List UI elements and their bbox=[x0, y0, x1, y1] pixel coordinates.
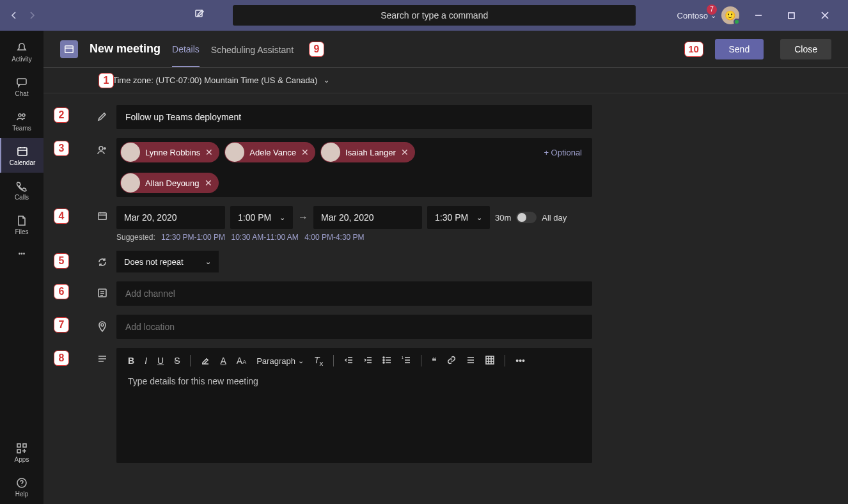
link-button[interactable] bbox=[447, 356, 456, 366]
rail-calls[interactable]: Calls bbox=[0, 173, 43, 207]
pencil-icon bbox=[88, 105, 116, 122]
remove-icon[interactable]: ✕ bbox=[205, 147, 213, 157]
rail-label: Chat bbox=[15, 90, 28, 97]
annotation-4: 4 bbox=[54, 209, 69, 224]
numbered-list-button[interactable]: 1 bbox=[402, 356, 411, 366]
highlight-button[interactable] bbox=[201, 356, 210, 366]
tab-details[interactable]: Details bbox=[172, 44, 200, 67]
hr-button[interactable] bbox=[466, 356, 475, 366]
font-size-button[interactable]: AA bbox=[237, 356, 246, 366]
user-avatar[interactable]: 🙂 bbox=[721, 6, 739, 24]
send-button[interactable]: Send bbox=[715, 39, 764, 59]
page-title: New meeting bbox=[90, 42, 161, 56]
bold-button[interactable]: B bbox=[128, 356, 134, 366]
end-time-input[interactable]: 1:30 PM⌄ bbox=[427, 206, 490, 229]
description-textarea[interactable]: Type details for this new meeting bbox=[116, 374, 592, 463]
annotation-9: 9 bbox=[309, 42, 324, 57]
annotation-8: 8 bbox=[54, 350, 69, 366]
rail-activity[interactable]: Activity bbox=[0, 35, 43, 69]
rail-help[interactable]: Help bbox=[0, 469, 43, 504]
window-maximize[interactable] bbox=[778, 6, 806, 25]
suggested-time-link[interactable]: 12:30 PM-1:00 PM bbox=[161, 233, 225, 242]
app-rail: Activity Chat Teams Calendar Calls Files… bbox=[0, 31, 43, 504]
annotation-6: 6 bbox=[54, 284, 69, 299]
annotation-7: 7 bbox=[54, 317, 69, 333]
teams-icon bbox=[15, 111, 28, 123]
avatar-icon bbox=[321, 143, 340, 162]
rail-label: Files bbox=[15, 228, 28, 235]
add-optional-link[interactable]: + Optional bbox=[544, 148, 588, 157]
location-input[interactable] bbox=[116, 315, 592, 339]
more-formatting-button[interactable]: ••• bbox=[515, 356, 525, 366]
outdent-button[interactable] bbox=[344, 356, 353, 366]
timezone-selector[interactable]: 1 Time zone: (UTC-07:00) Mountain Time (… bbox=[43, 68, 848, 93]
close-button[interactable]: Close bbox=[780, 39, 831, 59]
indent-button[interactable] bbox=[363, 356, 372, 366]
tab-scheduling-assistant[interactable]: Scheduling Assistant bbox=[211, 45, 294, 67]
quote-button[interactable]: ❝ bbox=[432, 356, 437, 366]
remove-icon[interactable]: ✕ bbox=[301, 147, 309, 157]
calendar-icon bbox=[16, 145, 29, 158]
suggested-time-link[interactable]: 10:30 AM-11:00 AM bbox=[231, 233, 298, 242]
rail-apps[interactable]: Apps bbox=[0, 435, 43, 469]
back-button[interactable] bbox=[5, 6, 23, 24]
attendees-field[interactable]: Lynne Robbins✕ Adele Vance✕ Isaiah Lange… bbox=[116, 138, 592, 197]
channel-input[interactable] bbox=[116, 281, 592, 306]
rail-calendar[interactable]: Calendar bbox=[0, 138, 43, 173]
allday-toggle[interactable] bbox=[516, 212, 537, 223]
org-name: Contoso bbox=[677, 11, 708, 20]
repeat-select[interactable]: Does not repeat⌄ bbox=[116, 251, 219, 272]
suggested-time-link[interactable]: 4:00 PM-4:30 PM bbox=[304, 233, 364, 242]
window-minimize[interactable] bbox=[744, 6, 773, 25]
window-close[interactable] bbox=[811, 6, 839, 25]
rail-files[interactable]: Files bbox=[0, 207, 43, 242]
paragraph-select[interactable]: Paragraph⌄ bbox=[256, 356, 304, 366]
apps-icon bbox=[15, 442, 28, 455]
main-panel: New meeting Details Scheduling Assistant… bbox=[43, 31, 848, 504]
start-date-input[interactable]: Mar 20, 2020 bbox=[116, 206, 225, 229]
table-button[interactable] bbox=[485, 356, 494, 366]
phone-icon bbox=[15, 180, 28, 193]
repeat-value: Does not repeat bbox=[124, 257, 184, 267]
rail-chat[interactable]: Chat bbox=[0, 69, 43, 104]
start-time-input[interactable]: 1:00 PM⌄ bbox=[230, 206, 293, 229]
search-input[interactable]: Search or type a command bbox=[233, 5, 636, 26]
chevron-down-icon: ⌄ bbox=[298, 357, 304, 365]
forward-button[interactable] bbox=[23, 6, 41, 24]
attendee-chip[interactable]: Lynne Robbins✕ bbox=[120, 142, 219, 162]
svg-rect-1 bbox=[789, 13, 794, 19]
attendee-chip[interactable]: Adele Vance✕ bbox=[224, 142, 315, 162]
org-switcher[interactable]: Contoso ⌄ bbox=[677, 11, 716, 20]
end-time-value: 1:30 PM bbox=[435, 212, 468, 223]
annotation-1: 1 bbox=[98, 73, 114, 88]
underline-button[interactable]: U bbox=[157, 356, 164, 366]
italic-button[interactable]: I bbox=[145, 356, 147, 366]
meeting-title-input[interactable] bbox=[116, 105, 592, 129]
svg-point-3 bbox=[19, 114, 21, 116]
suggested-label: Suggested: bbox=[116, 233, 155, 242]
description-icon bbox=[88, 348, 116, 365]
end-date-input[interactable]: Mar 20, 2020 bbox=[313, 206, 422, 229]
chat-icon bbox=[15, 76, 28, 89]
svg-rect-10 bbox=[65, 45, 73, 52]
attendee-chip[interactable]: Isaiah Langer✕ bbox=[320, 142, 415, 162]
rail-teams[interactable]: Teams bbox=[0, 104, 43, 138]
rail-more[interactable]: ••• bbox=[0, 242, 43, 265]
remove-icon[interactable]: ✕ bbox=[401, 147, 409, 157]
remove-icon[interactable]: ✕ bbox=[205, 178, 212, 188]
attendee-chip[interactable]: Allan Deyoung✕ bbox=[120, 173, 219, 193]
annotation-3: 3 bbox=[54, 141, 69, 156]
compose-icon[interactable] bbox=[194, 9, 205, 22]
svg-rect-7 bbox=[23, 444, 26, 447]
clear-format-button[interactable]: Tx bbox=[314, 355, 323, 367]
bulleted-list-button[interactable] bbox=[382, 356, 391, 366]
strike-button[interactable]: S bbox=[174, 356, 180, 366]
svg-text:1: 1 bbox=[402, 356, 404, 359]
svg-rect-2 bbox=[17, 79, 26, 84]
titlebar: Search or type a command Contoso ⌄ 🙂 bbox=[0, 0, 848, 31]
svg-point-14 bbox=[101, 324, 104, 326]
rail-label: Teams bbox=[12, 125, 31, 132]
font-color-button[interactable]: A bbox=[220, 356, 226, 366]
timezone-label: Time zone: (UTC-07:00) Mountain Time (US… bbox=[113, 75, 317, 85]
meeting-header: New meeting Details Scheduling Assistant… bbox=[43, 31, 848, 68]
